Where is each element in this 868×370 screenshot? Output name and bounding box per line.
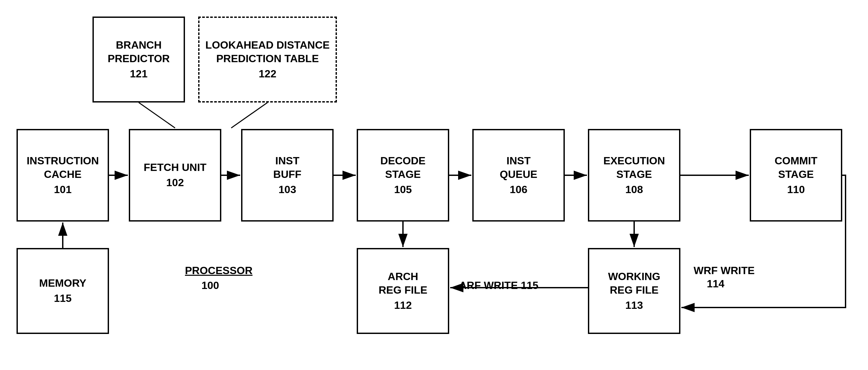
- lookahead-line-2: 122: [259, 67, 276, 81]
- inst-queue-line-2: 106: [509, 183, 527, 197]
- execution-stage-line-0: EXECUTION: [603, 154, 665, 168]
- inst-buff: INSTBUFF103: [241, 129, 334, 222]
- decode-stage-line-2: 105: [394, 183, 411, 197]
- lookahead-line-1: PREDICTION TABLE: [216, 52, 319, 66]
- memory: MEMORY115: [17, 248, 109, 334]
- commit-stage-line-2: 110: [787, 183, 805, 197]
- inst-buff-line-1: BUFF: [273, 168, 301, 181]
- instruction-cache-line-0: INSTRUCTION: [27, 154, 99, 168]
- fetch-unit-line-1: 102: [166, 176, 184, 190]
- decode-stage-line-0: DECODE: [380, 154, 426, 168]
- commit-stage-line-0: COMMIT: [775, 154, 817, 168]
- instruction-cache: INSTRUCTIONCACHE101: [17, 129, 109, 222]
- decode-stage-line-1: STAGE: [385, 168, 421, 181]
- inst-queue-line-0: INST: [507, 154, 531, 168]
- arf-write-label: ARF WRITE 115: [459, 279, 538, 292]
- working-reg-file-line-2: 113: [625, 298, 643, 312]
- wrf-write-label: WRF WRITE: [693, 264, 755, 277]
- working-reg-file-line-1: REG FILE: [610, 283, 659, 297]
- execution-stage: EXECUTIONSTAGE108: [588, 129, 680, 222]
- execution-stage-line-1: STAGE: [616, 168, 652, 181]
- instruction-cache-line-1: CACHE: [44, 168, 82, 181]
- working-reg-file: WORKINGREG FILE113: [588, 248, 680, 334]
- branch-predictor: BRANCHPREDICTOR121: [92, 17, 185, 103]
- diagram: PROCESSOR 100 ARF WRITE 115 WRF WRITE 11…: [0, 0, 868, 370]
- branch-predictor-line-1: PREDICTOR: [108, 52, 170, 66]
- commit-stage-line-1: STAGE: [778, 168, 814, 181]
- inst-queue-line-1: QUEUE: [500, 168, 537, 181]
- arch-reg-file-line-1: REG FILE: [378, 283, 427, 297]
- memory-line-1: 115: [54, 292, 71, 306]
- processor-num: 100: [202, 279, 219, 292]
- lookahead-line-0: LOOKAHEAD DISTANCE: [206, 38, 330, 52]
- fetch-unit-line-0: FETCH UNIT: [144, 161, 207, 175]
- working-reg-file-line-0: WORKING: [608, 270, 660, 284]
- wrf-write-num: 114: [707, 278, 724, 290]
- svg-line-12: [139, 103, 175, 128]
- decode-stage: DECODESTAGE105: [357, 129, 449, 222]
- memory-line-0: MEMORY: [39, 277, 87, 290]
- fetch-unit: FETCH UNIT102: [129, 129, 221, 222]
- processor-label: PROCESSOR: [185, 264, 252, 277]
- commit-stage: COMMITSTAGE110: [750, 129, 842, 222]
- arch-reg-file: ARCHREG FILE112: [357, 248, 449, 334]
- svg-line-13: [231, 103, 268, 128]
- arch-reg-file-line-0: ARCH: [388, 270, 418, 284]
- branch-predictor-line-2: 121: [130, 67, 147, 81]
- instruction-cache-line-2: 101: [54, 183, 71, 197]
- branch-predictor-line-0: BRANCH: [116, 38, 162, 52]
- inst-buff-line-2: 103: [278, 183, 296, 197]
- inst-buff-line-0: INST: [275, 154, 300, 168]
- inst-queue: INSTQUEUE106: [472, 129, 565, 222]
- lookahead: LOOKAHEAD DISTANCEPREDICTION TABLE122: [198, 17, 337, 103]
- arch-reg-file-line-2: 112: [394, 298, 411, 312]
- execution-stage-line-2: 108: [625, 183, 643, 197]
